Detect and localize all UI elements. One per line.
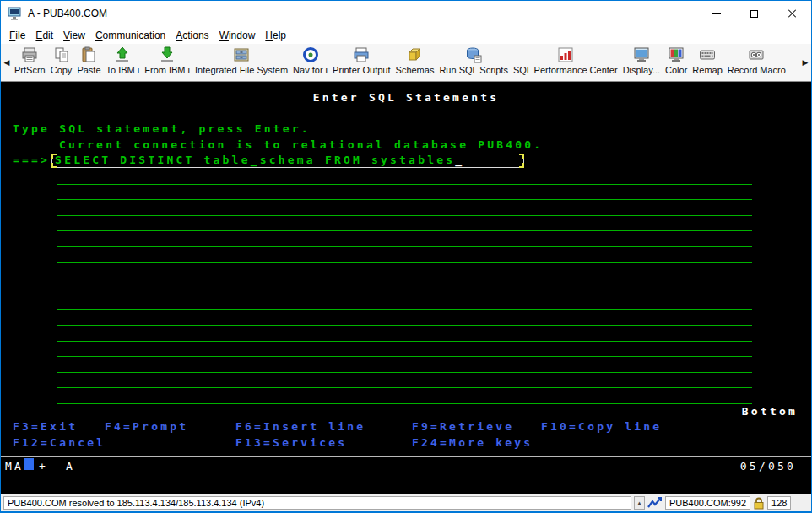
toolbar-button-label: Integrated File System <box>195 65 288 75</box>
operator-information-area: MA + A 05/050 <box>1 458 811 475</box>
sql-input-line[interactable] <box>57 357 752 373</box>
text-cursor: _ <box>455 153 464 169</box>
menu-item-edit[interactable]: Edit <box>30 28 58 43</box>
sql-input-line[interactable] <box>57 185 752 201</box>
function-key-row-2: F12=CancelF13=ServicesF24=More keys <box>1 435 811 451</box>
remap-keyboard-icon <box>699 46 716 64</box>
copy-icon <box>53 46 70 64</box>
toolbar-button-record-macro[interactable]: Record Macro <box>725 44 788 81</box>
function-key-label-f4: F4=Prompt <box>105 419 188 435</box>
sql-input-line[interactable] <box>57 247 752 263</box>
printer-output-icon <box>353 46 370 64</box>
menu-item-communication[interactable]: Communication <box>90 28 171 43</box>
sql-input-line[interactable] <box>57 373 752 389</box>
maximize-button[interactable] <box>735 1 773 26</box>
toolbar-scroll-left-button[interactable]: ◀ <box>2 44 12 81</box>
toolbar-button-display[interactable]: Display... <box>620 44 663 81</box>
sql-statement-text: SELECT DISTINCT table_schema FROM systab… <box>55 153 455 169</box>
toolbar-button-nav-for-i[interactable]: Nav for i <box>290 44 330 81</box>
oia-plus-indicator: + <box>39 458 48 475</box>
title-bar: A - PUB400.COM <box>1 1 811 26</box>
toolbar-scroll-right-button[interactable]: ▶ <box>800 44 810 81</box>
sql-input-line[interactable] <box>57 231 752 247</box>
toolbar-button-printer-output[interactable]: Printer Output <box>330 44 392 81</box>
upload-to-ibm-icon <box>114 46 131 64</box>
ssl-lock-icon <box>753 497 765 510</box>
scroll-left-icon: ◀ <box>4 58 10 67</box>
function-key-label-f10: F10=Copy line <box>541 419 662 435</box>
field-corner-mark <box>519 154 524 159</box>
color-icon <box>668 46 685 64</box>
oia-separator <box>1 456 811 457</box>
terminal-screen[interactable]: Enter SQL Statements Type SQL statement,… <box>1 82 811 494</box>
close-button[interactable] <box>773 1 811 26</box>
toolbar-button-label: Record Macro <box>728 65 786 75</box>
sql-input-line[interactable] <box>57 200 752 216</box>
menu-item-view[interactable]: View <box>58 28 90 43</box>
display-icon <box>633 46 650 64</box>
sql-input-line[interactable] <box>57 169 752 185</box>
toolbar-button-integrated-file-system[interactable]: Integrated File System <box>192 44 290 81</box>
toolbar-button-sql-performance-center[interactable]: SQL Performance Center <box>511 44 620 81</box>
toolbar-button-prtscrn[interactable]: PrtScrn <box>12 44 48 81</box>
toolbar-button-label: Color <box>665 65 687 75</box>
toolbar-button-label: Paste <box>77 65 100 75</box>
toolbar-button-label: PrtScrn <box>14 65 46 75</box>
sql-input-line[interactable] <box>57 342 752 358</box>
sql-input-line[interactable] <box>57 310 752 326</box>
command-prompt: ===> <box>13 153 50 169</box>
toolbar-button-label: Copy <box>51 65 73 75</box>
sql-input-line[interactable] <box>57 216 752 232</box>
sql-input-line[interactable] <box>57 294 752 310</box>
function-key-row-1: F3=ExitF4=PromptF6=Insert lineF9=Retriev… <box>1 419 811 435</box>
sql-input-line[interactable] <box>57 388 752 404</box>
message-history-button[interactable]: ▲ <box>634 496 645 510</box>
toolbar-button-schemas[interactable]: Schemas <box>393 44 437 81</box>
window-controls <box>697 1 811 26</box>
minimize-button[interactable] <box>697 1 735 26</box>
toolbar-button-copy[interactable]: Copy <box>48 44 75 81</box>
toolbar-button-label: Display... <box>623 65 660 75</box>
sql-performance-icon <box>557 46 574 64</box>
oia-cursor-position: 05/050 <box>740 458 796 475</box>
menu-item-window[interactable]: Window <box>214 28 261 43</box>
toolbar-button-run-sql-scripts[interactable]: Run SQL Scripts <box>436 44 511 81</box>
toolbar-button-from-ibm-i[interactable]: From IBM i <box>142 44 192 81</box>
terminal-app-icon <box>8 7 21 20</box>
application-window: A - PUB400.COM FileEditViewCommunication… <box>0 0 812 513</box>
toolbar-button-to-ibm-i[interactable]: To IBM i <box>104 44 143 81</box>
menu-item-actions[interactable]: Actions <box>171 28 214 43</box>
paste-icon <box>80 46 97 64</box>
menu-item-help[interactable]: Help <box>260 28 291 43</box>
window-title: A - PUB400.COM <box>28 8 107 19</box>
oia-cursor-block <box>24 458 34 470</box>
sql-input-line[interactable] <box>57 263 752 279</box>
toolbar-button-label: Schemas <box>396 65 435 75</box>
encryption-bits-field: 128 <box>767 496 791 510</box>
toolbar-button-label: Nav for i <box>293 65 328 75</box>
oia-state-indicator: MA <box>5 458 24 475</box>
connection-status-icon <box>647 497 663 509</box>
sql-input-line[interactable] <box>57 326 752 342</box>
toolbar-button-label: Printer Output <box>333 65 390 75</box>
print-screen-icon <box>21 46 38 64</box>
file-system-icon <box>233 46 250 64</box>
field-corner-mark <box>519 163 524 168</box>
function-key-label-f12: F12=Cancel <box>13 435 106 451</box>
toolbar-button-color[interactable]: Color <box>663 44 690 81</box>
toolbar-button-remap[interactable]: Remap <box>690 44 724 81</box>
status-message: PUB400.COM resolved to 185.113.4.134/185… <box>3 496 631 510</box>
toolbar-button-label: Remap <box>692 65 722 75</box>
instruction-text: Type SQL statement, press Enter. <box>1 122 811 138</box>
blank-row <box>1 106 811 122</box>
toolbar-button-label: Run SQL Scripts <box>439 65 508 75</box>
sql-scripts-icon <box>465 46 482 64</box>
function-key-label-f6: F6=Insert line <box>235 419 365 435</box>
menu-item-file[interactable]: File <box>4 28 30 43</box>
sql-input-field[interactable]: SELECT DISTINCT table_schema FROM systab… <box>51 154 524 168</box>
toolbar-button-label: From IBM i <box>144 65 190 75</box>
schemas-icon <box>406 46 423 64</box>
sql-input-line[interactable] <box>57 278 752 294</box>
field-corner-mark <box>51 163 57 168</box>
toolbar-button-paste[interactable]: Paste <box>74 44 103 81</box>
